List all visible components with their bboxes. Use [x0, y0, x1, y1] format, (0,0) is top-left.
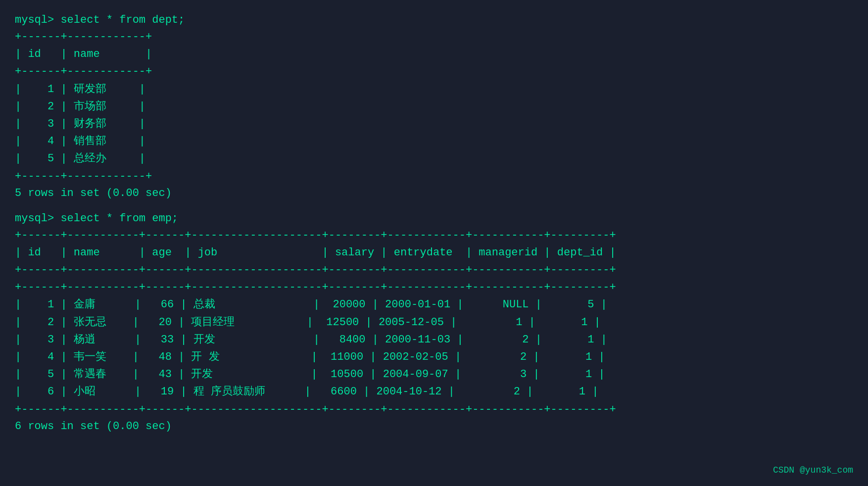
dept-rows-info: 5 rows in set (0.00 sec) — [15, 185, 853, 201]
dept-table: +------+------------+ | id | name | +---… — [15, 28, 853, 185]
query1: mysql> select * from dept; — [15, 12, 853, 28]
query2: mysql> select * from emp; — [15, 210, 853, 227]
terminal: mysql> select * from dept; +------+-----… — [15, 12, 853, 435]
emp-header: +------+-----------+------+-------------… — [15, 227, 853, 279]
watermark: CSDN @yun3k_com — [773, 464, 853, 477]
emp-rows-info: 6 rows in set (0.00 sec) — [15, 418, 853, 435]
emp-rows-data: +------+-----------+------+-------------… — [15, 279, 853, 418]
